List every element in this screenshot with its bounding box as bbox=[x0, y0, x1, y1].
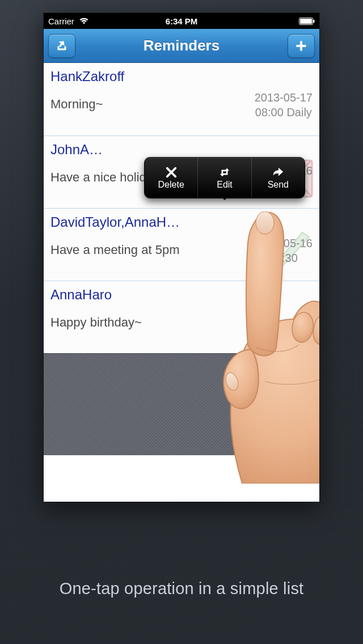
hand-illustration bbox=[220, 211, 319, 484]
close-icon bbox=[165, 166, 178, 179]
delete-label: Delete bbox=[158, 180, 184, 190]
edit-label: Edit bbox=[217, 180, 233, 190]
contact-name: AnnaHaro bbox=[50, 287, 209, 303]
nav-bar: Reminders bbox=[44, 29, 319, 63]
device-frame: Carrier 6:34 PM Reminders bbox=[44, 13, 319, 502]
contact-name: JohnAp… bbox=[50, 142, 110, 158]
list-item[interactable]: HankZakroff Morning~ 2013-05-17 08:00 Da… bbox=[44, 63, 319, 135]
page-title: Reminders bbox=[44, 37, 319, 54]
retweet-icon bbox=[218, 166, 231, 179]
svg-rect-4 bbox=[297, 45, 306, 46]
status-time: 6:34 PM bbox=[44, 16, 319, 26]
edit-action[interactable]: Edit bbox=[198, 158, 251, 198]
action-popup: Delete Edit Send bbox=[144, 157, 305, 198]
share-icon bbox=[55, 39, 69, 53]
svg-point-7 bbox=[256, 211, 274, 234]
reminder-date: 2013-05-17 bbox=[255, 90, 313, 105]
forward-icon bbox=[272, 166, 284, 179]
add-button[interactable] bbox=[288, 34, 315, 58]
share-button[interactable] bbox=[48, 34, 75, 58]
plus-icon bbox=[294, 39, 308, 53]
reminder-time: 08:00 Daily bbox=[255, 105, 313, 120]
reminder-datetime: 2013-05-17 08:00 Daily bbox=[255, 90, 313, 120]
promo-caption: One-tap operation in a simple list bbox=[0, 579, 363, 598]
contact-name: HankZakroff bbox=[50, 69, 209, 84]
send-action[interactable]: Send bbox=[252, 158, 305, 198]
status-bar: Carrier 6:34 PM bbox=[44, 13, 319, 29]
contact-name: DavidTaylor,AnnaH… bbox=[50, 214, 209, 230]
send-label: Send bbox=[268, 180, 289, 190]
delete-action[interactable]: Delete bbox=[145, 158, 198, 198]
